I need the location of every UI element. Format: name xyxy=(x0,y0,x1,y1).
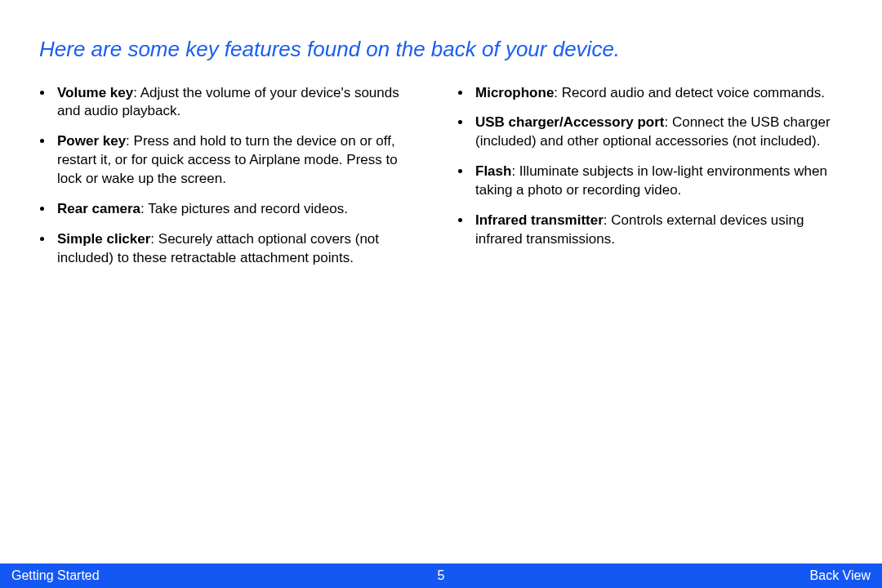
list-item: Microphone: Record audio and detect voic… xyxy=(472,84,843,103)
feature-term: Infrared transmitter xyxy=(475,212,604,228)
list-item: Simple clicker: Securely attach optional… xyxy=(54,230,425,268)
feature-term: Microphone xyxy=(475,85,554,100)
feature-list-left: Volume key: Adjust the volume of your de… xyxy=(39,84,425,269)
list-item: USB charger/Accessory port: Connect the … xyxy=(472,114,843,151)
page-number: 5 xyxy=(438,568,445,583)
feature-term: Power key xyxy=(57,133,126,149)
list-item: Rear camera: Take pictures and record vi… xyxy=(54,200,425,219)
list-item: Volume key: Adjust the volume of your de… xyxy=(54,84,425,122)
feature-term: Simple clicker xyxy=(57,231,150,247)
feature-desc: : Take pictures and record videos. xyxy=(140,201,348,216)
page-footer: Getting Started 5 Back View xyxy=(0,564,882,588)
feature-term: Volume key xyxy=(57,85,133,100)
feature-desc: : Record audio and detect voice commands… xyxy=(554,85,825,100)
feature-list-right: Microphone: Record audio and detect voic… xyxy=(457,84,843,250)
footer-section-title: Getting Started xyxy=(11,568,100,583)
list-item: Power key: Press and hold to turn the de… xyxy=(54,132,425,189)
list-item: Flash: Illuminate subjects in low-light … xyxy=(472,163,843,200)
feature-term: USB charger/Accessory port xyxy=(475,114,664,130)
feature-desc: : Illuminate subjects in low-light envir… xyxy=(475,163,827,198)
feature-columns: Volume key: Adjust the volume of your de… xyxy=(39,84,843,280)
document-page: Here are some key features found on the … xyxy=(0,0,882,588)
list-item: Infrared transmitter: Controls external … xyxy=(472,212,843,249)
page-heading: Here are some key features found on the … xyxy=(39,36,843,63)
left-column: Volume key: Adjust the volume of your de… xyxy=(39,84,425,280)
right-column: Microphone: Record audio and detect voic… xyxy=(457,84,843,280)
footer-subsection-title: Back View xyxy=(810,568,871,583)
feature-term: Rear camera xyxy=(57,201,140,216)
feature-term: Flash xyxy=(475,163,511,179)
content-area: Here are some key features found on the … xyxy=(0,0,882,279)
